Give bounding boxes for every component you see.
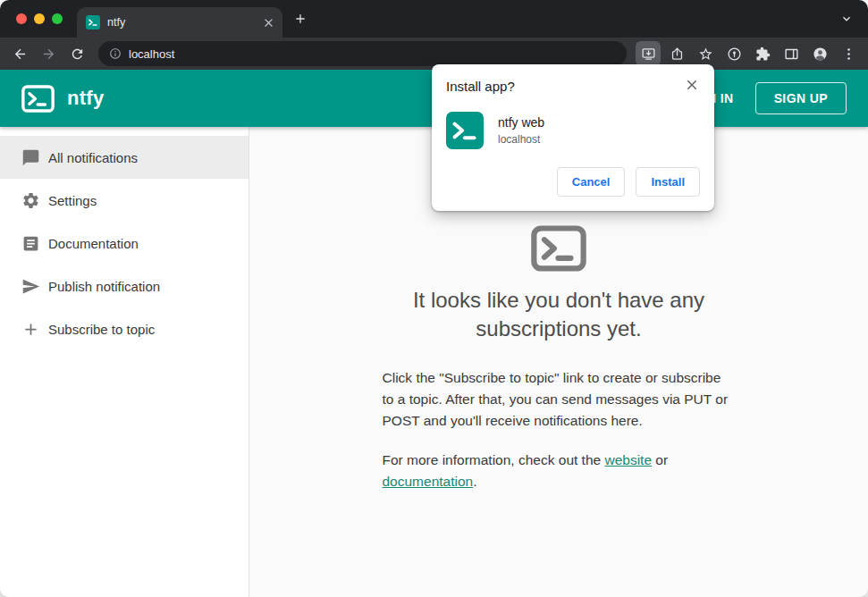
sidebar-item-label: All notifications [48, 150, 138, 165]
empty-state-body: Click the "Subscribe to topic" link to c… [383, 367, 736, 432]
browser-tab[interactable]: ntfy [77, 7, 282, 38]
install-app-button[interactable] [636, 41, 661, 66]
ntfy-logo-icon [21, 85, 55, 113]
ntfy-favicon-icon [86, 15, 100, 29]
plus-icon [21, 319, 40, 339]
browser-menu-button[interactable] [836, 41, 861, 66]
app-origin: localhost [498, 133, 544, 146]
send-icon [21, 276, 40, 296]
dialog-actions: Cancel Install [446, 167, 700, 197]
site-info-icon[interactable] [109, 47, 122, 60]
back-button[interactable] [7, 41, 32, 66]
more-text-suffix: . [473, 474, 476, 489]
ntfy-logo-outline-icon [531, 225, 586, 272]
tab-list-chevron-icon[interactable] [834, 6, 859, 31]
sidebar-item-settings[interactable]: Settings [0, 179, 249, 222]
dialog-close-icon[interactable] [684, 77, 700, 93]
sign-up-button[interactable]: SIGN UP [755, 82, 847, 114]
sidebar-item-subscribe-to-topic[interactable]: Subscribe to topic [0, 307, 249, 350]
sidebar-item-label: Documentation [48, 236, 139, 251]
install-button[interactable]: Install [636, 167, 700, 197]
website-link[interactable]: website [604, 452, 652, 467]
more-text-middle: or [652, 452, 668, 467]
tab-strip: ntfy [0, 0, 868, 38]
share-button[interactable] [664, 41, 689, 66]
sidebar-item-all-notifications[interactable]: All notifications [0, 136, 249, 179]
cancel-button[interactable]: Cancel [557, 167, 626, 197]
profile-avatar[interactable] [807, 41, 832, 66]
window-controls [0, 13, 77, 24]
sidebar-item-documentation[interactable]: Documentation [0, 222, 249, 265]
reload-button[interactable] [64, 41, 89, 66]
gear-icon [21, 190, 40, 210]
empty-state-heading: It looks like you don't have any subscri… [383, 286, 736, 344]
documentation-link[interactable]: documentation [383, 474, 474, 489]
password-manager-extension-icon[interactable] [721, 41, 746, 66]
chat-bubble-icon [21, 147, 40, 167]
address-bar[interactable]: localhost [98, 41, 627, 66]
browser-window: ntfy localhost [0, 0, 868, 597]
sidebar: All notifications Settings Documentation… [0, 127, 249, 597]
ntfy-app-icon [446, 112, 484, 149]
app-title: ntfy [67, 87, 105, 110]
empty-state-more: For more information, check out the webs… [383, 450, 736, 492]
dialog-app-meta: ntfy web localhost [498, 115, 544, 146]
more-text-prefix: For more information, check out the [383, 452, 605, 467]
window-minimize-button[interactable] [34, 13, 45, 24]
window-close-button[interactable] [16, 13, 27, 24]
book-icon [21, 233, 40, 253]
tab-close-icon[interactable] [262, 16, 275, 29]
dialog-app-row: ntfy web localhost [446, 112, 700, 149]
forward-button[interactable] [36, 41, 61, 66]
app-name: ntfy web [498, 115, 544, 130]
tab-title: ntfy [107, 16, 255, 29]
extensions-puzzle-icon[interactable] [750, 41, 775, 66]
sidebar-item-label: Publish notification [48, 279, 160, 294]
side-panel-button[interactable] [779, 41, 804, 66]
address-text: localhost [129, 47, 174, 61]
install-app-dialog: Install app? ntfy web localhost Cancel I… [432, 64, 714, 211]
new-tab-button[interactable] [288, 6, 313, 31]
window-zoom-button[interactable] [52, 13, 63, 24]
bookmark-star-button[interactable] [693, 41, 718, 66]
sidebar-item-label: Settings [48, 193, 97, 208]
dialog-title: Install app? [446, 79, 684, 94]
sidebar-item-publish-notification[interactable]: Publish notification [0, 265, 249, 307]
sidebar-item-label: Subscribe to topic [48, 322, 155, 337]
